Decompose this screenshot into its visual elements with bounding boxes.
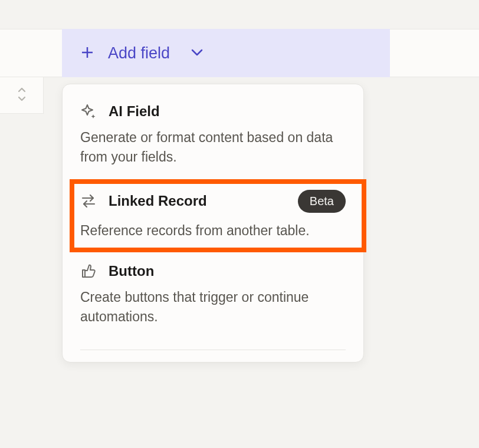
field-type-dropdown: AI Field Generate or format content base… [62,84,364,363]
beta-badge: Beta [298,190,346,213]
menu-item-title: Button [109,263,154,279]
chevron-down-icon [191,48,203,58]
swap-arrows-icon [80,193,97,209]
menu-item-title: AI Field [109,103,160,120]
menu-item-button[interactable]: Button Create buttons that trigger or co… [63,252,363,339]
menu-item-description: Generate or format content based on data… [80,128,346,167]
sort-column-header[interactable] [0,77,44,114]
thumbs-up-icon [80,263,97,279]
menu-item-header: Linked Record Beta [80,190,346,213]
menu-item-header: AI Field [80,103,346,120]
menu-item-ai-field[interactable]: AI Field Generate or format content base… [63,93,363,179]
dropdown-bottom [63,350,363,362]
menu-item-description: Create buttons that trigger or continue … [80,288,346,327]
menu-item-header: Button [80,263,346,279]
menu-item-title: Linked Record [109,193,207,209]
sort-icon [17,87,27,104]
add-field-button[interactable]: Add field [62,29,390,77]
add-field-label: Add field [108,44,170,62]
sparkle-icon [80,103,97,120]
menu-item-description: Reference records from another table. [80,221,346,241]
menu-item-linked-record[interactable]: Linked Record Beta Reference records fro… [63,179,363,252]
plus-icon [81,44,94,62]
